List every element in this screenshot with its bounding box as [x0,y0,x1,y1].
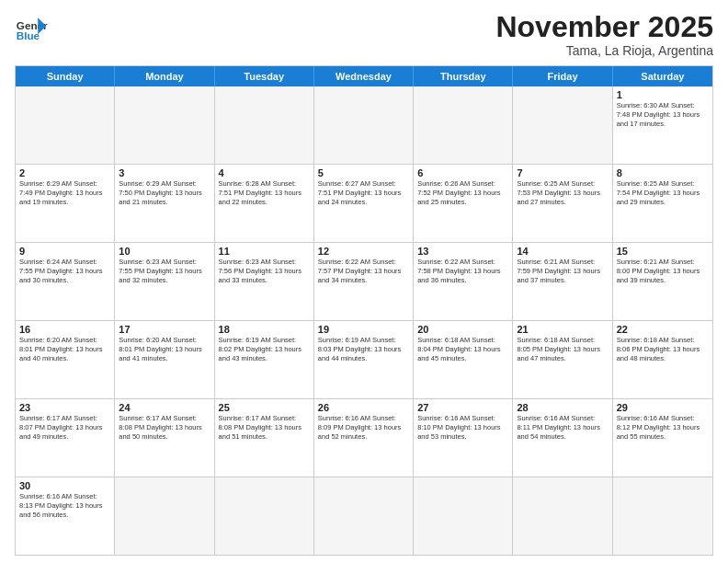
day-number: 7 [517,167,608,178]
day-cell: 20Sunrise: 6:18 AM Sunset: 8:04 PM Dayli… [414,321,513,398]
day-info: Sunrise: 6:29 AM Sunset: 7:50 PM Dayligh… [119,179,210,207]
day-cell [115,86,214,164]
day-info: Sunrise: 6:17 AM Sunset: 8:08 PM Dayligh… [219,414,310,442]
title-block: November 2025 Tama, La Rioja, Argentina [495,11,713,58]
week-row-4: 16Sunrise: 6:20 AM Sunset: 8:01 PM Dayli… [16,321,712,399]
day-cell: 3Sunrise: 6:29 AM Sunset: 7:50 PM Daylig… [115,165,214,242]
day-cell: 1Sunrise: 6:30 AM Sunset: 7:48 PM Daylig… [613,86,712,164]
day-info: Sunrise: 6:16 AM Sunset: 8:12 PM Dayligh… [617,414,709,442]
day-number: 30 [19,480,110,491]
day-info: Sunrise: 6:26 AM Sunset: 7:52 PM Dayligh… [417,179,508,207]
day-cell: 30Sunrise: 6:16 AM Sunset: 8:13 PM Dayli… [16,477,115,555]
day-cell: 24Sunrise: 6:17 AM Sunset: 8:08 PM Dayli… [115,399,214,477]
day-number: 26 [318,402,409,413]
calendar-body: 1Sunrise: 6:30 AM Sunset: 7:48 PM Daylig… [16,86,712,555]
week-row-2: 2Sunrise: 6:29 AM Sunset: 7:49 PM Daylig… [16,165,712,243]
day-info: Sunrise: 6:21 AM Sunset: 7:59 PM Dayligh… [517,258,608,285]
day-number: 11 [219,246,310,257]
day-headers: SundayMondayTuesdayWednesdayThursdayFrid… [16,66,712,86]
day-info: Sunrise: 6:23 AM Sunset: 7:55 PM Dayligh… [119,258,210,285]
day-cell: 16Sunrise: 6:20 AM Sunset: 8:01 PM Dayli… [16,321,115,398]
day-cell: 18Sunrise: 6:19 AM Sunset: 8:02 PM Dayli… [215,321,314,398]
day-info: Sunrise: 6:27 AM Sunset: 7:51 PM Dayligh… [318,179,409,207]
day-header-saturday: Saturday [613,66,712,86]
day-number: 18 [219,324,310,335]
day-number: 8 [617,167,709,178]
day-number: 9 [19,246,110,257]
svg-text:Blue: Blue [17,29,40,41]
logo: General Blue [15,11,48,44]
day-info: Sunrise: 6:16 AM Sunset: 8:13 PM Dayligh… [19,492,110,520]
day-cell: 19Sunrise: 6:19 AM Sunset: 8:03 PM Dayli… [314,321,414,398]
day-header-tuesday: Tuesday [215,66,314,86]
day-cell: 12Sunrise: 6:22 AM Sunset: 7:57 PM Dayli… [314,243,414,320]
day-number: 21 [517,324,608,335]
day-number: 3 [119,167,210,178]
day-number: 17 [119,324,210,335]
day-cell: 27Sunrise: 6:16 AM Sunset: 8:10 PM Dayli… [414,399,513,477]
day-number: 23 [19,402,110,413]
day-cell [215,86,314,164]
day-info: Sunrise: 6:19 AM Sunset: 8:02 PM Dayligh… [219,336,310,363]
day-info: Sunrise: 6:16 AM Sunset: 8:11 PM Dayligh… [517,414,608,442]
day-cell [414,86,513,164]
day-header-monday: Monday [115,66,214,86]
day-cell [215,477,314,555]
day-number: 10 [119,246,210,257]
day-info: Sunrise: 6:18 AM Sunset: 8:05 PM Dayligh… [517,336,608,363]
day-info: Sunrise: 6:18 AM Sunset: 8:06 PM Dayligh… [617,336,709,363]
day-cell: 29Sunrise: 6:16 AM Sunset: 8:12 PM Dayli… [613,399,712,477]
day-header-friday: Friday [513,66,612,86]
day-number: 24 [119,402,210,413]
day-cell: 25Sunrise: 6:17 AM Sunset: 8:08 PM Dayli… [215,399,314,477]
day-info: Sunrise: 6:16 AM Sunset: 8:10 PM Dayligh… [417,414,508,442]
day-cell: 17Sunrise: 6:20 AM Sunset: 8:01 PM Dayli… [115,321,214,398]
day-info: Sunrise: 6:23 AM Sunset: 7:56 PM Dayligh… [219,258,310,285]
day-header-thursday: Thursday [414,66,513,86]
week-row-5: 23Sunrise: 6:17 AM Sunset: 8:07 PM Dayli… [16,399,712,477]
day-info: Sunrise: 6:17 AM Sunset: 8:08 PM Dayligh… [119,414,210,442]
day-number: 28 [517,402,608,413]
day-info: Sunrise: 6:25 AM Sunset: 7:53 PM Dayligh… [517,179,608,207]
day-info: Sunrise: 6:19 AM Sunset: 8:03 PM Dayligh… [318,336,409,363]
day-cell: 10Sunrise: 6:23 AM Sunset: 7:55 PM Dayli… [115,243,214,320]
day-cell: 21Sunrise: 6:18 AM Sunset: 8:05 PM Dayli… [513,321,612,398]
day-number: 29 [617,402,709,413]
day-number: 14 [517,246,608,257]
day-info: Sunrise: 6:16 AM Sunset: 8:09 PM Dayligh… [318,414,409,442]
day-info: Sunrise: 6:18 AM Sunset: 8:04 PM Dayligh… [417,336,508,363]
day-number: 20 [417,324,508,335]
day-info: Sunrise: 6:22 AM Sunset: 7:57 PM Dayligh… [318,258,409,285]
day-number: 15 [617,246,709,257]
day-cell: 7Sunrise: 6:25 AM Sunset: 7:53 PM Daylig… [513,165,612,242]
day-info: Sunrise: 6:30 AM Sunset: 7:48 PM Dayligh… [617,101,709,129]
day-cell [513,86,612,164]
day-cell [115,477,214,555]
day-cell: 13Sunrise: 6:22 AM Sunset: 7:58 PM Dayli… [414,243,513,320]
logo-icon: General Blue [15,11,48,44]
day-number: 25 [219,402,310,413]
week-row-3: 9Sunrise: 6:24 AM Sunset: 7:55 PM Daylig… [16,243,712,321]
day-cell: 23Sunrise: 6:17 AM Sunset: 8:07 PM Dayli… [16,399,115,477]
day-cell: 8Sunrise: 6:25 AM Sunset: 7:54 PM Daylig… [613,165,712,242]
day-info: Sunrise: 6:20 AM Sunset: 8:01 PM Dayligh… [119,336,210,363]
day-number: 22 [617,324,709,335]
day-info: Sunrise: 6:20 AM Sunset: 8:01 PM Dayligh… [19,336,110,363]
day-cell: 11Sunrise: 6:23 AM Sunset: 7:56 PM Dayli… [215,243,314,320]
day-number: 6 [417,167,508,178]
day-cell: 2Sunrise: 6:29 AM Sunset: 7:49 PM Daylig… [16,165,115,242]
day-info: Sunrise: 6:22 AM Sunset: 7:58 PM Dayligh… [417,258,508,285]
subtitle: Tama, La Rioja, Argentina [495,43,713,58]
day-number: 4 [219,167,310,178]
day-cell: 14Sunrise: 6:21 AM Sunset: 7:59 PM Dayli… [513,243,612,320]
day-number: 13 [417,246,508,257]
calendar: SundayMondayTuesdayWednesdayThursdayFrid… [15,65,713,556]
day-cell: 6Sunrise: 6:26 AM Sunset: 7:52 PM Daylig… [414,165,513,242]
day-cell: 15Sunrise: 6:21 AM Sunset: 8:00 PM Dayli… [613,243,712,320]
day-info: Sunrise: 6:25 AM Sunset: 7:54 PM Dayligh… [617,179,709,207]
day-cell [513,477,612,555]
day-number: 16 [19,324,110,335]
day-cell: 22Sunrise: 6:18 AM Sunset: 8:06 PM Dayli… [613,321,712,398]
day-header-wednesday: Wednesday [314,66,414,86]
day-cell [314,477,414,555]
